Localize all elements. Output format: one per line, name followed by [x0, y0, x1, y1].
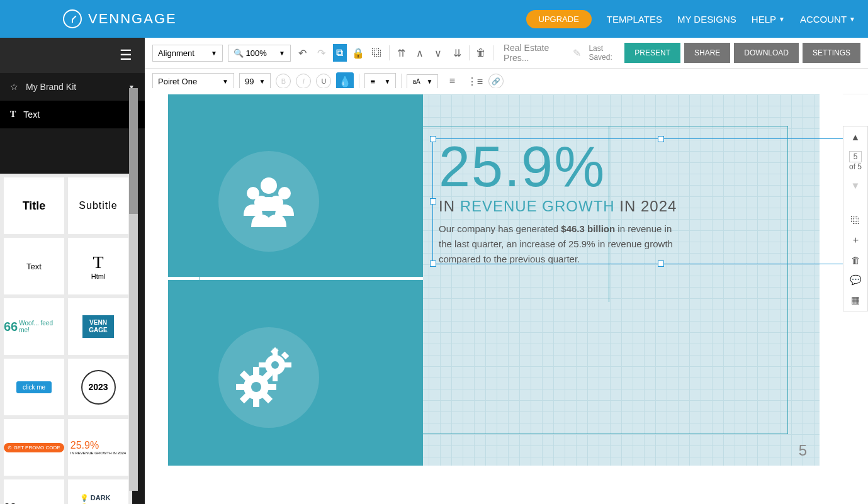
zoom-select[interactable]: 🔍 100%▼ — [228, 45, 291, 62]
sidebar-brand-kit-label: My Brand Kit — [26, 82, 76, 92]
download-button[interactable]: DOWNLOAD — [734, 43, 799, 63]
hamburger-menu-button[interactable]: ☰ — [0, 38, 145, 73]
arrange-down-button[interactable]: ∨ — [432, 44, 446, 62]
nav-account[interactable]: ACCOUNT▼ — [800, 14, 855, 25]
text-color-button[interactable]: 💧 — [336, 72, 354, 90]
toolbar-row-1: Alignment▼ 🔍 100%▼ ↶ ↷ ⧉ 🔒 ⿻ ⇈ ∧ ∨ ⇊ 🗑 R… — [145, 38, 868, 69]
nav-templates[interactable]: TEMPLATES — [607, 14, 662, 25]
last-saved-label: Last Saved: — [589, 44, 619, 62]
link-button[interactable]: 🔗 — [488, 74, 504, 89]
clock-logo-icon — [63, 9, 82, 28]
arrange-bottom-button[interactable]: ⇊ — [450, 44, 464, 62]
caret-down-icon: ▼ — [849, 16, 855, 23]
sidebar-brand-kit[interactable]: ☆ My Brand Kit ▼ — [0, 73, 145, 94]
brand-logo[interactable]: VENNGAGE — [63, 9, 177, 28]
edit-title-button[interactable]: ✎ — [570, 44, 584, 62]
nav-my-designs[interactable]: MY DESIGNS — [677, 14, 736, 25]
underline-button[interactable]: U — [316, 74, 331, 89]
snap-button[interactable]: ⧉ — [333, 44, 347, 62]
caret-down-icon: ▼ — [779, 16, 785, 23]
share-button[interactable]: SHARE — [684, 43, 730, 63]
star-icon: ☆ — [10, 82, 18, 92]
font-size-select[interactable]: 99▼ — [239, 73, 271, 90]
list-ordered-button[interactable]: ≡ — [443, 72, 461, 90]
arrange-top-button[interactable]: ⇈ — [395, 44, 409, 62]
brand-name: VENNGAGE — [88, 11, 177, 27]
header-nav: UPGRADE TEMPLATES MY DESIGNS HELP▼ ACCOU… — [526, 10, 855, 28]
copy-button[interactable]: ⿻ — [370, 44, 384, 62]
text-align-select[interactable]: ≡▼ — [364, 73, 396, 90]
bold-button[interactable]: B — [276, 74, 291, 89]
settings-button[interactable]: SETTINGS — [803, 43, 860, 63]
present-button[interactable]: PRESENT — [624, 43, 680, 63]
left-sidebar: ☰ ☆ My Brand Kit ▼ T Text ▼ — [0, 38, 145, 94]
upgrade-button[interactable]: UPGRADE — [526, 10, 592, 28]
scrollbar-thumb[interactable] — [129, 88, 138, 94]
text-transform-select[interactable]: aA▼ — [407, 74, 438, 89]
redo-button[interactable]: ↷ — [315, 44, 329, 62]
nav-help[interactable]: HELP▼ — [752, 14, 785, 25]
app-header: VENNGAGE UPGRADE TEMPLATES MY DESIGNS HE… — [0, 0, 868, 38]
arrange-up-button[interactable]: ∧ — [413, 44, 427, 62]
canvas-area[interactable]: 25.9% IN REVENUE GROWTH IN 2024 Our comp… — [145, 88, 843, 94]
document-title[interactable]: Real Estate Pres... — [499, 43, 565, 63]
italic-button[interactable]: I — [296, 74, 311, 89]
panel-scrollbar[interactable] — [129, 88, 138, 94]
alignment-select[interactable]: Alignment▼ — [152, 45, 223, 62]
delete-button[interactable]: 🗑 — [475, 44, 488, 62]
font-select[interactable]: Poiret One▼ — [152, 73, 234, 90]
undo-button[interactable]: ↶ — [296, 44, 310, 62]
list-bullet-button[interactable]: ⋮≡ — [466, 72, 483, 90]
lock-button[interactable]: 🔒 — [352, 44, 366, 62]
